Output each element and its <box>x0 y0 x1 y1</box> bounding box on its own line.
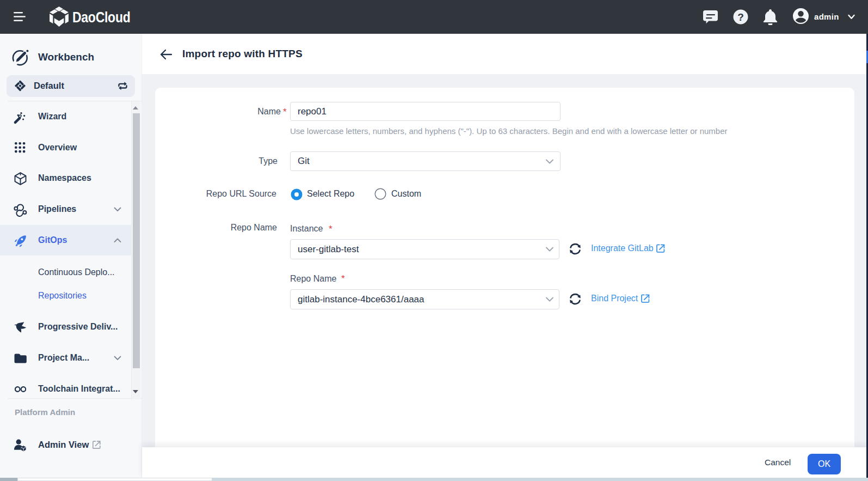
svg-text:?: ? <box>737 11 744 23</box>
